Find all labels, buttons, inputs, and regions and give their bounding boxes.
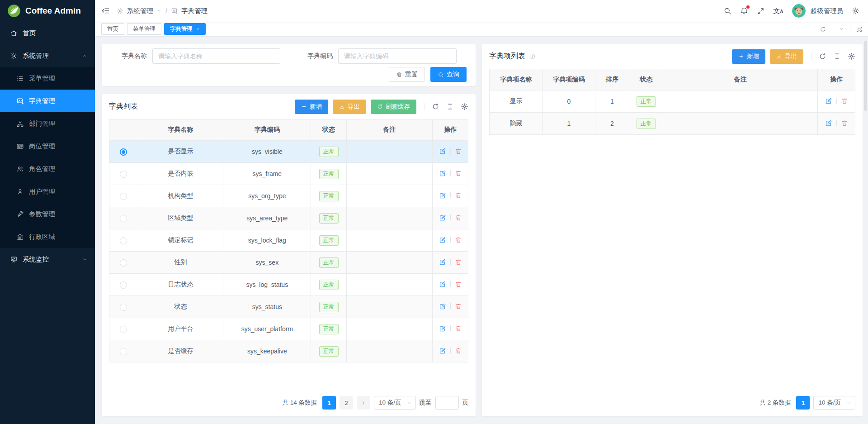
sidebar-item-role-management[interactable]: 角色管理 [0, 157, 95, 180]
page-button-1[interactable]: 1 [322, 396, 336, 410]
delete-icon-wrap[interactable] [455, 236, 462, 243]
sidebar-item-post-management[interactable]: 岗位管理 [0, 135, 95, 157]
row-radio[interactable] [120, 148, 127, 156]
row-radio[interactable] [120, 237, 127, 244]
row-radio[interactable] [120, 348, 127, 355]
edit-icon[interactable] [439, 214, 446, 221]
sidebar-item-param-management[interactable]: 参数管理 [0, 203, 95, 225]
trash-icon[interactable] [841, 97, 848, 105]
sidebar-item-home[interactable]: 首页 [0, 22, 95, 44]
delete-icon-wrap[interactable] [455, 192, 462, 199]
dict-table-row[interactable]: 日志状态sys_log_status正常 [109, 274, 468, 296]
trash-icon[interactable] [455, 192, 462, 199]
dict-table-row[interactable]: 锁定标记sys_lock_flag正常 [109, 229, 468, 252]
chevron-down-icon[interactable] [832, 22, 850, 37]
export-dict-button[interactable]: 导出 [333, 100, 366, 114]
edit-icon-wrap[interactable] [439, 303, 446, 310]
sidebar-item-dict-management[interactable]: 字典管理 [0, 90, 95, 112]
edit-icon-wrap[interactable] [439, 148, 446, 155]
refresh-icon[interactable] [432, 103, 439, 110]
edit-icon[interactable] [439, 192, 446, 199]
maximize-icon[interactable] [850, 22, 868, 37]
trash-icon[interactable] [455, 325, 462, 332]
refresh-icon[interactable] [819, 52, 826, 60]
close-icon[interactable] [196, 27, 200, 31]
row-radio[interactable] [120, 171, 127, 178]
trash-icon[interactable] [455, 214, 462, 221]
delete-icon-wrap[interactable] [455, 170, 462, 177]
delete-icon-wrap[interactable] [455, 258, 462, 266]
dict-table-row[interactable]: 性别sys_sex正常 [109, 252, 468, 274]
language-switch-icon[interactable]: 文A [773, 7, 783, 15]
trash-icon[interactable] [455, 148, 462, 155]
tab-首页[interactable]: 首页 [101, 23, 124, 35]
edit-icon-wrap[interactable] [439, 236, 446, 243]
trash-icon[interactable] [455, 303, 462, 310]
edit-icon[interactable] [439, 170, 446, 177]
column-height-icon[interactable] [446, 103, 454, 110]
gear-icon[interactable] [848, 52, 855, 60]
edit-icon[interactable] [439, 236, 446, 243]
jump-page-input[interactable] [435, 396, 459, 410]
trash-icon[interactable] [841, 119, 848, 127]
refresh-cache-button[interactable]: 刷新缓存 [371, 100, 416, 114]
sidebar-item-menu-management[interactable]: 菜单管理 [0, 67, 95, 90]
sidebar-item-dept-management[interactable]: 部门管理 [0, 112, 95, 135]
tab-字典管理[interactable]: 字典管理 [164, 23, 206, 35]
dict-item-table-row[interactable]: 显示01正常 [490, 91, 855, 113]
edit-icon[interactable] [439, 258, 446, 266]
sidebar-collapse-button[interactable] [101, 6, 110, 15]
refresh-icon[interactable] [814, 22, 832, 37]
column-height-icon[interactable] [833, 52, 841, 60]
dict-table-row[interactable]: 是否缓存sys_keepalive正常 [109, 340, 468, 362]
edit-icon-wrap[interactable] [825, 119, 832, 127]
row-radio[interactable] [120, 215, 127, 222]
scrollbar-thumb[interactable] [864, 41, 867, 111]
delete-icon-wrap[interactable] [455, 347, 462, 354]
delete-icon-wrap[interactable] [841, 97, 848, 105]
page-button-1[interactable]: 1 [796, 396, 810, 410]
delete-icon-wrap[interactable] [455, 148, 462, 155]
add-dict-button[interactable]: 新增 [295, 100, 328, 114]
sidebar-item-user-management[interactable]: 用户管理 [0, 180, 95, 203]
fullscreen-icon[interactable] [757, 7, 764, 15]
edit-icon-wrap[interactable] [439, 214, 446, 221]
user-avatar[interactable] [792, 4, 806, 18]
sidebar-item-system-monitor[interactable]: 系统监控 [0, 248, 95, 271]
next-page-button[interactable] [357, 396, 370, 410]
settings-gear-icon[interactable] [852, 7, 860, 15]
dict-table-row[interactable]: 区域类型sys_area_type正常 [109, 207, 468, 229]
dict-code-input[interactable] [338, 48, 457, 64]
edit-icon[interactable] [439, 303, 446, 310]
sidebar-item-system-management[interactable]: 系统管理 [0, 44, 95, 67]
page-size-select[interactable]: 10 条/页 [813, 396, 855, 410]
search-icon[interactable] [723, 7, 731, 15]
edit-icon-wrap[interactable] [439, 347, 446, 354]
delete-icon-wrap[interactable] [455, 325, 462, 332]
delete-icon-wrap[interactable] [455, 214, 462, 221]
trash-icon[interactable] [455, 236, 462, 243]
trash-icon[interactable] [455, 347, 462, 354]
row-radio[interactable] [120, 326, 127, 333]
row-radio[interactable] [120, 281, 127, 289]
dict-name-input[interactable] [152, 48, 280, 64]
trash-icon[interactable] [455, 170, 462, 177]
trash-icon[interactable] [455, 258, 462, 266]
edit-icon[interactable] [439, 347, 446, 354]
edit-icon-wrap[interactable] [439, 192, 446, 199]
trash-icon[interactable] [455, 281, 462, 288]
edit-icon-wrap[interactable] [825, 97, 832, 105]
edit-icon-wrap[interactable] [439, 325, 446, 332]
dict-table-row[interactable]: 是否内嵌sys_frame正常 [109, 163, 468, 185]
edit-icon[interactable] [439, 281, 446, 288]
edit-icon[interactable] [439, 325, 446, 332]
page-button-2[interactable]: 2 [340, 396, 353, 410]
notification-bell[interactable] [740, 7, 748, 15]
row-radio[interactable] [120, 193, 127, 200]
query-button[interactable]: 查询 [430, 67, 467, 82]
gear-icon[interactable] [461, 103, 468, 110]
dict-table-row[interactable]: 状态sys_status正常 [109, 296, 468, 318]
edit-icon[interactable] [825, 119, 832, 127]
breadcrumb-level1[interactable]: 系统管理 [117, 7, 162, 15]
add-dict-item-button[interactable]: 新增 [732, 49, 765, 64]
